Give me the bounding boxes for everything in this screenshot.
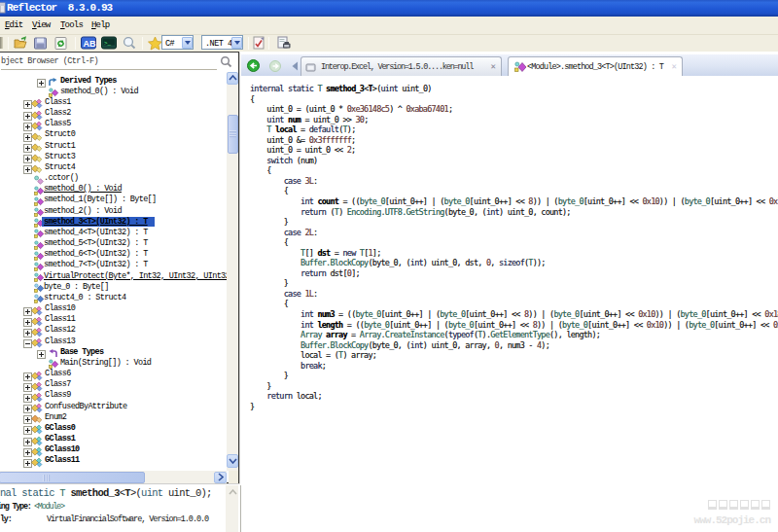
- svg-text:>_: >_: [104, 40, 112, 46]
- svg-text:AB: AB: [84, 39, 96, 49]
